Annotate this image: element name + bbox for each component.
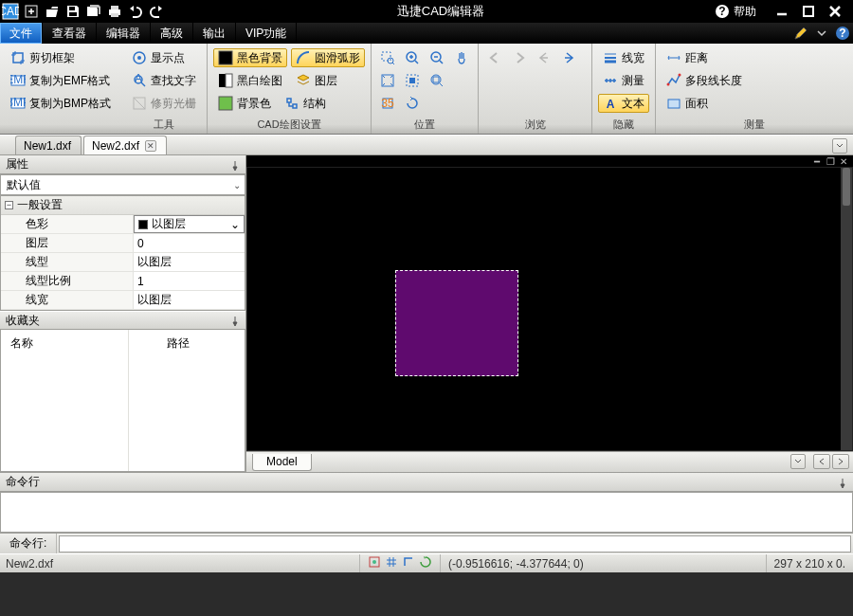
app-icon[interactable]: CAD <box>0 1 21 22</box>
layout-menu-icon[interactable] <box>790 454 806 469</box>
black-bg-button[interactable]: 黑色背景 <box>213 48 287 67</box>
copy-emf-button[interactable]: EMF复制为EMF格式 <box>6 71 115 90</box>
document-tab-strip: New1.dxf New2.dxf✕ <box>0 135 853 155</box>
text-button[interactable]: A文本 <box>598 94 649 113</box>
menu-vip[interactable]: VIP功能 <box>236 23 297 44</box>
layout-next-icon[interactable] <box>832 454 849 469</box>
polyline-length-button[interactable]: 多段线长度 <box>662 71 747 90</box>
doc-tab-0[interactable]: New1.dxf <box>15 136 82 154</box>
menu-viewer[interactable]: 查看器 <box>43 23 97 44</box>
pin-icon[interactable] <box>230 316 240 325</box>
favorites-grid: 名称 路径 <box>0 330 245 472</box>
menu-editor[interactable]: 编辑器 <box>97 23 151 44</box>
pencil-icon[interactable] <box>790 23 811 44</box>
crop-frame-button[interactable]: 剪切框架 <box>6 48 80 67</box>
menu-output[interactable]: 输出 <box>193 23 236 44</box>
minimize-icon[interactable] <box>771 1 792 22</box>
nav-view-icon[interactable] <box>558 48 579 67</box>
svg-point-40 <box>679 74 681 77</box>
trim-raster-button[interactable]: 修剪光栅 <box>127 94 201 113</box>
redo-icon[interactable] <box>146 1 167 22</box>
smooth-arc-button[interactable]: 圆滑弧形 <box>291 48 365 67</box>
canvas-restore-icon[interactable]: ❐ <box>825 156 836 166</box>
tabstrip-menu-icon[interactable] <box>832 138 847 154</box>
zoom-all-icon[interactable] <box>426 71 447 90</box>
layout-prev-icon[interactable] <box>813 454 830 469</box>
prop-row-linetype[interactable]: 线型以图层 <box>1 253 245 272</box>
prop-row-color[interactable]: 色彩以图层⌄ <box>1 215 245 234</box>
canvas-close-icon[interactable]: ✕ <box>838 156 849 166</box>
pan-icon[interactable] <box>451 48 472 67</box>
find-text-button[interactable]: A查找文字 <box>127 71 201 90</box>
maximize-icon[interactable] <box>798 1 819 22</box>
menu-advanced[interactable]: 高级 <box>151 23 193 44</box>
black-bg-icon <box>218 50 233 65</box>
dropdown-icon[interactable] <box>811 23 832 44</box>
bw-icon <box>218 73 233 88</box>
show-points-button[interactable]: 显示点 <box>127 48 190 67</box>
structure-button[interactable]: 结构 <box>280 94 331 113</box>
layers-button[interactable]: 图层 <box>291 71 342 90</box>
doc-tab-1[interactable]: New2.dxf✕ <box>83 136 167 154</box>
pin-icon[interactable] <box>838 478 847 487</box>
prop-row-lineweight[interactable]: 线宽以图层 <box>1 291 245 310</box>
group-label-hide: 隐藏 <box>598 116 649 132</box>
canvas-min-icon[interactable]: ━ <box>811 156 823 166</box>
model-tab[interactable]: Model <box>252 454 312 471</box>
lineweight-icon <box>603 50 618 65</box>
refresh-icon[interactable] <box>419 555 432 571</box>
collapse-icon[interactable]: − <box>5 201 13 209</box>
pin-icon[interactable] <box>230 160 240 170</box>
print-icon[interactable] <box>104 1 125 22</box>
properties-filter-dropdown[interactable]: 默认值⌄ <box>0 174 245 195</box>
rotate-icon[interactable] <box>402 94 423 113</box>
struct-icon <box>284 96 299 111</box>
prop-row-layer[interactable]: 图层0 <box>1 234 245 253</box>
bw-draw-button[interactable]: 黑白绘图 <box>213 71 287 90</box>
area-button[interactable]: 面积 <box>662 94 713 113</box>
ribbon: 剪切框架 EMF复制为EMF格式 BMP复制为BMP格式 工具 显示点 A查找文… <box>0 44 853 135</box>
zoom-window-icon[interactable] <box>377 48 398 67</box>
tab-close-icon[interactable]: ✕ <box>145 140 156 152</box>
svg-rect-27 <box>382 52 390 61</box>
undo-icon[interactable] <box>125 1 146 22</box>
copy-bmp-button[interactable]: BMP复制为BMP格式 <box>6 94 116 113</box>
svg-rect-4 <box>69 12 77 16</box>
prop-row-ltscale[interactable]: 线型比例1 <box>1 272 245 291</box>
svg-rect-6 <box>111 6 118 9</box>
svg-text:CAD: CAD <box>2 5 19 18</box>
bg-color-button[interactable]: 背景色 <box>213 94 276 113</box>
zoom-sel-icon[interactable]: 35 <box>377 94 398 113</box>
nav-forward-icon[interactable] <box>509 48 530 67</box>
canvas-scrollbar[interactable] <box>841 168 852 450</box>
snap-icon[interactable] <box>368 555 381 571</box>
nav-home-icon[interactable] <box>534 48 554 67</box>
chevron-down-icon[interactable]: ⌄ <box>230 218 240 231</box>
close-icon[interactable] <box>825 1 845 22</box>
open-icon[interactable] <box>42 1 63 22</box>
distance-button[interactable]: 距离 <box>662 48 713 67</box>
command-log[interactable] <box>0 492 853 533</box>
ortho-icon[interactable] <box>402 555 415 571</box>
help-circle-icon[interactable]: ? <box>832 23 853 44</box>
new-icon[interactable] <box>21 1 42 22</box>
menu-file[interactable]: 文件 <box>0 23 43 44</box>
nav-back-icon[interactable] <box>484 48 505 67</box>
scrollbar-thumb[interactable] <box>843 168 850 206</box>
zoom-in-icon[interactable] <box>402 48 423 67</box>
help-button[interactable]: ? 帮助 <box>715 4 756 20</box>
zoom-fit-icon[interactable] <box>377 71 398 90</box>
group-label-position: 位置 <box>377 116 472 132</box>
lineweight-button[interactable]: 线宽 <box>598 48 649 67</box>
property-grid: −一般设置 色彩以图层⌄ 图层0 线型以图层 线型比例1 线宽以图层 <box>0 195 245 311</box>
zoom-extent-icon[interactable] <box>402 71 423 90</box>
measure-button[interactable]: 测量 <box>598 71 649 90</box>
grid-icon[interactable] <box>385 555 398 571</box>
property-category[interactable]: −一般设置 <box>1 196 245 215</box>
zoom-out-icon[interactable] <box>426 48 447 67</box>
command-input[interactable] <box>59 535 851 553</box>
save-icon[interactable] <box>63 1 83 22</box>
selected-rectangle[interactable] <box>395 270 518 376</box>
drawing-canvas[interactable] <box>246 167 853 451</box>
saveall-icon[interactable] <box>83 1 104 22</box>
